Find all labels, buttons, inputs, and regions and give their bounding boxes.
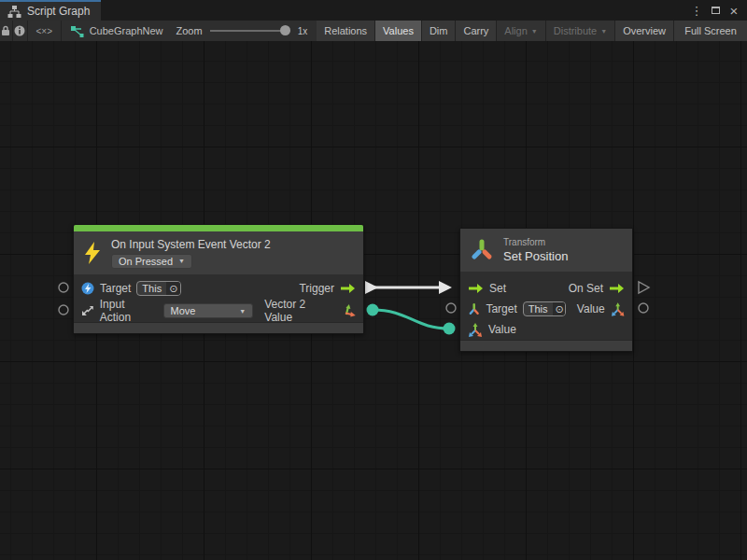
overview-button[interactable]: Overview <box>615 21 674 41</box>
zoom-slider[interactable] <box>210 26 290 35</box>
lock-icon <box>1 25 10 36</box>
info-button[interactable] <box>13 21 28 41</box>
flow-arrow-icon <box>340 283 356 294</box>
setposition-category: Transform <box>503 237 568 247</box>
values-button[interactable]: Values <box>375 21 422 41</box>
setposition-target-value: This <box>524 303 553 315</box>
target-input-label: Target <box>486 302 516 315</box>
target-row: Target This ⊙ Value <box>460 299 632 319</box>
overview-label: Overview <box>623 25 666 36</box>
zoom-slider-track <box>210 30 290 32</box>
input-action-value: Move <box>171 305 196 316</box>
set-input-label: Set <box>489 282 506 295</box>
node-on-input-system-event-vector2[interactable]: On Input System Event Vector 2 On Presse… <box>73 224 364 334</box>
script-graph-window: Script Graph ⋮ × <×> <box>0 0 747 560</box>
macro-graph-icon <box>71 25 84 37</box>
fullscreen-label: Full Screen <box>684 25 737 36</box>
distribute-dropdown-button[interactable]: Distribute ▼ <box>546 21 615 41</box>
script-graph-icon <box>7 6 21 18</box>
event-target-label: Target <box>100 282 131 295</box>
tab-bar: Script Graph ⋮ × <box>0 0 747 21</box>
graph-breadcrumb[interactable]: CubeGraphNew <box>62 21 173 41</box>
set-row: Set On Set <box>460 278 632 299</box>
event-trigger-dropdown[interactable]: On Pressed ▼ <box>111 254 192 269</box>
event-node-header[interactable]: On Input System Event Vector 2 On Presse… <box>74 231 363 274</box>
tab-bar-empty <box>101 0 689 21</box>
value-output-label: Value <box>577 302 605 315</box>
value-input-label: Value <box>488 323 516 336</box>
window-menu-icon[interactable]: ⋮ <box>689 3 704 18</box>
input-action-dropdown[interactable]: Move ▼ <box>163 303 254 318</box>
trigger-output-port[interactable] <box>365 281 378 294</box>
zoom-group: Zoom 1x <box>173 21 317 41</box>
dim-button[interactable]: Dim <box>422 21 457 41</box>
dim-label: Dim <box>430 25 448 36</box>
align-dropdown-button[interactable]: Align ▼ <box>497 21 545 41</box>
transform-axes-icon <box>468 302 480 315</box>
value-wire[interactable] <box>373 310 449 329</box>
tab-script-graph[interactable]: Script Graph <box>0 0 101 21</box>
setposition-target-port[interactable] <box>446 303 456 313</box>
graph-toolbar: <×> CubeGraphNew Zoom 1x Relations Value… <box>0 21 747 41</box>
input-action-icon <box>81 304 94 317</box>
event-accent-bar <box>74 225 363 231</box>
carry-label: Carry <box>463 25 488 36</box>
flow-arrow-icon <box>609 283 625 294</box>
chevron-down-icon: ▼ <box>239 308 246 315</box>
zoom-slider-handle[interactable] <box>280 25 290 35</box>
event-input-action-port[interactable] <box>59 305 68 315</box>
graph-canvas[interactable]: On Input System Event Vector 2 On Presse… <box>0 41 747 560</box>
vector2-icon <box>341 303 356 318</box>
graph-name: CubeGraphNew <box>90 25 163 36</box>
relations-button[interactable]: Relations <box>317 21 375 41</box>
event-target-row: Target This ⊙ Trigger <box>74 277 363 300</box>
on-set-output-port[interactable] <box>639 282 649 293</box>
relations-label: Relations <box>324 25 367 36</box>
distribute-label: Distribute <box>554 25 597 36</box>
code-preview-icon: <×> <box>36 26 53 36</box>
setposition-title: Set Position <box>503 249 568 263</box>
code-preview-button[interactable]: <×> <box>28 21 62 41</box>
event-target-object-field[interactable]: This ⊙ <box>136 281 181 296</box>
chevron-down-icon: ▼ <box>600 28 607 35</box>
zoom-label: Zoom <box>176 25 203 36</box>
event-trigger-dropdown-value: On Pressed <box>119 256 173 267</box>
zoom-level: 1x <box>298 26 308 36</box>
chevron-down-icon: ▼ <box>178 258 185 264</box>
trigger-output-label: Trigger <box>299 282 334 295</box>
maximize-icon[interactable] <box>708 3 723 18</box>
setposition-node-footer <box>460 340 632 351</box>
setposition-target-object-field[interactable]: This ⊙ <box>523 301 566 316</box>
fullscreen-button[interactable]: Full Screen <box>674 21 747 41</box>
setposition-node-body: Set On Set Target T <box>460 272 632 340</box>
vector3-icon <box>611 302 625 316</box>
align-label: Align <box>504 25 527 36</box>
node-set-position[interactable]: Transform Set Position Set On Set <box>459 228 633 352</box>
value-input-port[interactable] <box>444 323 456 335</box>
carry-button[interactable]: Carry <box>456 21 497 41</box>
event-target-port[interactable] <box>59 283 68 292</box>
vector2-output-port[interactable] <box>367 304 379 316</box>
values-label: Values <box>383 25 414 36</box>
on-set-output-label: On Set <box>569 282 603 295</box>
player-input-icon <box>81 282 94 295</box>
lock-button[interactable] <box>0 21 13 41</box>
tab-title: Script Graph <box>27 5 90 18</box>
event-node-body: Target This ⊙ Trigger <box>74 274 363 322</box>
event-target-value: This <box>137 283 166 294</box>
setposition-node-header[interactable]: Transform Set Position <box>460 229 632 272</box>
value-output-port[interactable] <box>639 303 648 313</box>
set-input-port[interactable] <box>439 281 452 294</box>
vector2-output-label: Vector 2 Value <box>264 298 335 324</box>
window-controls: ⋮ × <box>689 0 747 21</box>
lightning-bolt-icon <box>81 241 104 265</box>
close-icon[interactable]: × <box>726 3 741 18</box>
info-icon <box>14 25 25 36</box>
maximize-glyph <box>712 7 720 14</box>
object-picker-icon[interactable]: ⊙ <box>166 282 180 295</box>
event-input-action-row: Input Action Move ▼ Vector 2 Value <box>74 300 363 322</box>
vector3-icon <box>468 323 483 337</box>
object-picker-icon[interactable]: ⊙ <box>553 302 566 315</box>
flow-arrow-icon <box>468 283 484 294</box>
chevron-down-icon: ▼ <box>531 28 538 35</box>
